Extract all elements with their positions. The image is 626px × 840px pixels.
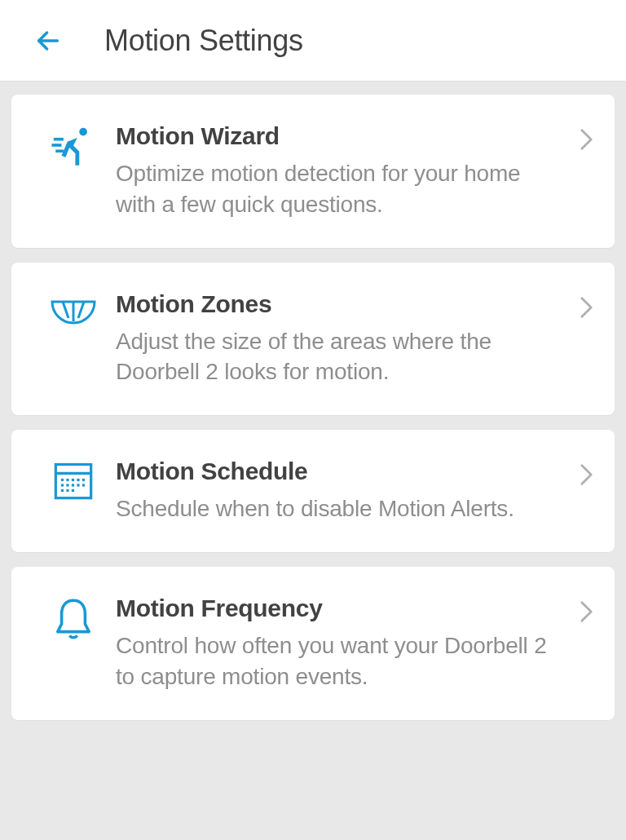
svg-rect-22	[72, 489, 74, 492]
calendar-icon	[44, 459, 103, 502]
svg-rect-16	[66, 484, 68, 487]
card-description: Control how often you want your Doorbell…	[116, 630, 562, 692]
card-body: Motion Zones Adjust the size of the area…	[116, 290, 595, 388]
svg-rect-12	[72, 479, 74, 481]
svg-rect-15	[61, 484, 64, 487]
card-title: Motion Zones	[116, 290, 562, 318]
card-title: Motion Schedule	[116, 458, 562, 485]
svg-point-1	[79, 128, 87, 136]
svg-rect-4	[55, 149, 64, 153]
svg-rect-20	[61, 489, 64, 492]
bell-icon	[44, 596, 103, 642]
header: Motion Settings	[0, 0, 626, 82]
card-body: Motion Schedule Schedule when to disable…	[116, 458, 595, 524]
svg-rect-17	[72, 484, 74, 487]
card-body: Motion Frequency Control how often you w…	[116, 595, 595, 692]
card-title: Motion Wizard	[116, 122, 562, 150]
arrow-left-icon	[34, 27, 62, 55]
svg-rect-13	[77, 479, 79, 481]
setting-item-motion-schedule[interactable]: Motion Schedule Schedule when to disable…	[11, 430, 615, 552]
zones-icon	[44, 297, 103, 325]
svg-rect-3	[51, 144, 61, 147]
chevron-right-icon	[580, 462, 593, 490]
setting-item-motion-zones[interactable]: Motion Zones Adjust the size of the area…	[11, 263, 615, 416]
svg-line-7	[78, 302, 84, 318]
back-button[interactable]	[34, 27, 62, 55]
card-title: Motion Frequency	[116, 595, 562, 622]
svg-rect-18	[77, 484, 79, 487]
chevron-right-icon	[580, 127, 593, 155]
svg-rect-11	[66, 479, 68, 481]
svg-rect-19	[82, 484, 85, 487]
svg-rect-21	[66, 489, 68, 492]
card-description: Adjust the size of the areas where the D…	[116, 326, 562, 388]
running-person-icon	[44, 124, 103, 171]
content: Motion Wizard Optimize motion detection …	[0, 82, 626, 720]
svg-rect-2	[54, 138, 64, 141]
page-title: Motion Settings	[104, 24, 303, 58]
card-description: Schedule when to disable Motion Alerts.	[116, 493, 562, 524]
setting-item-motion-frequency[interactable]: Motion Frequency Control how often you w…	[11, 567, 615, 720]
card-description: Optimize motion detection for your home …	[116, 158, 562, 220]
setting-item-motion-wizard[interactable]: Motion Wizard Optimize motion detection …	[11, 95, 615, 248]
chevron-right-icon	[580, 295, 593, 323]
card-body: Motion Wizard Optimize motion detection …	[116, 122, 595, 220]
svg-line-5	[63, 302, 68, 318]
svg-rect-14	[82, 479, 85, 481]
svg-rect-10	[61, 479, 64, 481]
svg-rect-8	[55, 465, 90, 498]
chevron-right-icon	[580, 599, 593, 627]
